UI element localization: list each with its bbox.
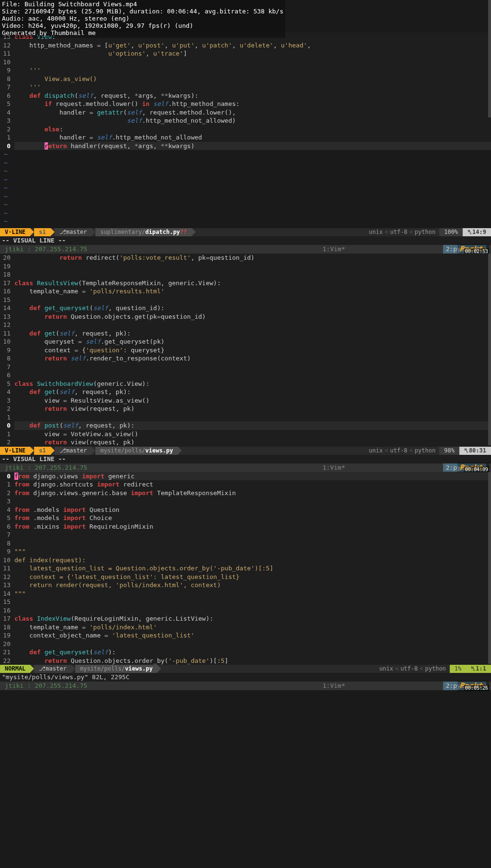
scrollbar-indicator: [488, 0, 491, 117]
line-number-gutter: 131211109876543210: [0, 33, 14, 150]
line-number-icon: ␤: [471, 665, 476, 672]
tmux-host: jtiki : 207.255.214.75: [5, 463, 87, 472]
editor-pane-3[interactable]: 012345678910111213141516171819202122 fro…: [0, 472, 491, 691]
cursor-position: ␤ 80:31: [459, 447, 491, 455]
scroll-percent: 98%: [439, 447, 459, 455]
line-number-gutter: 2019181716151413121110987654321012: [0, 254, 14, 447]
tmux-status-line: jtiki : 207.255.214.75 1:Vim* 2:python#-…: [0, 245, 491, 254]
command-line: -- VISUAL LINE --: [0, 455, 491, 463]
scrollbar-indicator: [488, 472, 491, 664]
editor-pane-2[interactable]: 2019181716151413121110987654321012 retur…: [0, 254, 491, 472]
code-content[interactable]: from django.views import genericfrom dja…: [14, 472, 491, 665]
status-s1: s1: [34, 447, 50, 455]
branch-icon: ⎇: [59, 228, 66, 236]
mode-indicator: NORMAL: [0, 665, 30, 673]
scrollbar-indicator: [488, 254, 491, 445]
line-number-icon: ␤: [468, 228, 472, 236]
meta-file: File: Building Switchboard Views.mp4: [2, 1, 283, 8]
tmux-status-line: jtiki : 207.255.214.75 1:Vim* 2:python#-…: [0, 682, 491, 690]
status-s1: s1: [34, 228, 50, 236]
line-number-gutter: 012345678910111213141516171819202122: [0, 472, 14, 665]
tmux-tab-vim: 1:Vim*: [323, 463, 345, 472]
command-line: -- VISUAL LINE --: [0, 236, 491, 245]
video-timestamp: 00:05:26: [464, 685, 489, 692]
meta-size: Size: 27160947 bytes (25.90 MiB), durati…: [2, 8, 283, 15]
scroll-percent: 100%: [439, 228, 463, 236]
code-content[interactable]: class View: http_method_names = [u'get',…: [14, 33, 491, 150]
tmux-tab-vim: 1:Vim*: [323, 245, 345, 254]
cursor-position: ␤ 14:9: [463, 228, 491, 236]
status-line: V·LINE s1 ⎇ master suplimentary/dipatch.…: [0, 228, 491, 236]
file-path: mysite/polls/views.py: [95, 447, 178, 455]
encoding: unix < utf-8 < python: [365, 228, 439, 236]
cursor-position: ␤ 1:1: [466, 665, 491, 673]
encoding: unix < utf-8 < python: [365, 447, 439, 455]
empty-lines: ~~~~~~~~~: [0, 150, 491, 228]
file-path: mysite/polls/views.py: [75, 665, 158, 673]
mode-indicator: V·LINE: [0, 228, 30, 236]
mode-indicator: V·LINE: [0, 447, 30, 455]
status-line: V·LINE s1 ⎇ master mysite/polls/views.py…: [0, 447, 491, 455]
meta-audio: Audio: aac, 48000 Hz, stereo (eng): [2, 15, 283, 23]
tmux-tab-vim: 1:Vim*: [323, 682, 345, 690]
command-line: "mysite/polls/views.py" 82L, 2295C: [0, 673, 491, 682]
tmux-host: jtiki : 207.255.214.75: [5, 245, 87, 254]
tmux-status-line: jtiki : 207.255.214.75 1:Vim* 2:python#-…: [0, 463, 491, 472]
meta-generator: Generated by Thumbnail me: [2, 30, 283, 37]
git-branch: ⎇ master: [34, 665, 71, 673]
branch-icon: ⎇: [59, 447, 66, 454]
video-metadata-overlay: File: Building Switchboard Views.mp4 Siz…: [0, 0, 285, 38]
file-path: suplimentary/dipatch.py ??: [95, 228, 192, 236]
meta-video: Video: h264, yuv420p, 1920x1080, 29.97 f…: [2, 23, 283, 30]
tmux-host: jtiki : 207.255.214.75: [5, 682, 87, 690]
scroll-percent: 1%: [450, 665, 466, 673]
branch-icon: ⎇: [39, 665, 46, 672]
code-content[interactable]: return redirect('polls:vote_result', pk=…: [14, 254, 491, 447]
git-branch: ⎇ master: [55, 228, 92, 236]
git-branch: ⎇ master: [55, 447, 92, 455]
editor-pane-1[interactable]: 131211109876543210 class View: http_meth…: [0, 0, 491, 254]
line-number-icon: ␤: [464, 447, 469, 454]
encoding: unix < utf-8 < python: [375, 665, 450, 673]
status-line: NORMAL ⎇ master mysite/polls/views.py un…: [0, 665, 491, 673]
